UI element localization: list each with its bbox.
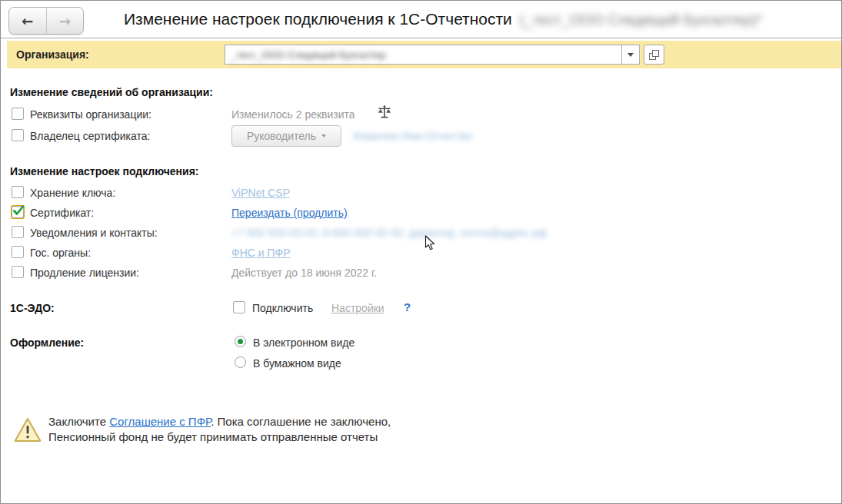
edo-settings-link[interactable]: Настройки: [331, 302, 384, 314]
label-certificate: Сертификат:: [30, 207, 94, 219]
label-license: Продление лицензии:: [30, 267, 139, 279]
arrow-right-icon: →: [59, 13, 71, 29]
checkbox-key-storage[interactable]: [12, 186, 24, 198]
page-title: Изменение настроек подключения к 1С-Отче…: [124, 10, 762, 28]
license-valid-until: Действует до 18 июня 2022 г.: [231, 267, 377, 279]
label-requisites: Реквизиты организации:: [30, 108, 151, 121]
checkbox-cert-owner[interactable]: [12, 129, 24, 141]
certificate-reissue-link[interactable]: Переиздать (продлить): [231, 207, 348, 219]
organization-value-redacted[interactable]: _тест_ООО Следящий Бухгалтер: [225, 45, 621, 64]
organization-combobox[interactable]: _тест_ООО Следящий Бухгалтер: [225, 45, 640, 65]
checkbox-gov-bodies[interactable]: [12, 246, 24, 258]
1c-reporting-settings-window: ← → Изменение настроек подключения к 1С-…: [0, 0, 842, 504]
organization-open-button[interactable]: [644, 45, 664, 65]
header-separator: [1, 38, 841, 38]
organization-band: Организация: _тест_ООО Следящий Бухгалте…: [7, 41, 842, 68]
warning-text-line2: Пенсионный фонд не будет принимать отпра…: [48, 430, 378, 443]
cert-owner-name-link-redacted[interactable]: Фамилия Имя Отчество: [353, 130, 472, 142]
notifications-link-redacted[interactable]: +7 900 000-00-00, 8-800-000-00-00, дирек…: [231, 227, 547, 239]
label-gov-bodies: Гос. органы:: [30, 247, 91, 259]
label-key-storage: Хранение ключа:: [30, 187, 115, 199]
overlap-squares-icon: [649, 50, 659, 60]
forward-button[interactable]: →: [47, 8, 84, 34]
chevron-down-icon: [321, 134, 326, 138]
warning-text-end: . Пока соглашение не заключено,: [211, 415, 391, 428]
value-requisites-changed: Изменилось 2 реквизита: [231, 108, 355, 121]
pfr-agreement-link[interactable]: Соглашение с ПФР: [109, 415, 211, 428]
label-radio-paper: В бумажном виде: [253, 357, 341, 370]
page-title-text: Изменение настроек подключения к 1С-Отче…: [124, 10, 512, 28]
label-notifications: Уведомления и контакты:: [30, 227, 158, 239]
arrow-left-icon: ←: [22, 13, 33, 29]
label-edo-connect: Подключить: [252, 302, 313, 314]
section-header-connection: Изменение настроек подключения:: [10, 165, 198, 177]
cert-owner-role-value: Руководитель: [247, 130, 316, 142]
radio-electronic[interactable]: [235, 336, 246, 347]
checkbox-license[interactable]: [12, 266, 24, 278]
radio-paper[interactable]: [235, 356, 246, 368]
organization-label: Организация:: [16, 48, 89, 61]
label-cert-owner: Владелец сертификата:: [30, 130, 150, 142]
organization-dropdown-button[interactable]: [621, 45, 639, 64]
gov-bodies-link[interactable]: ФНС и ПФР: [231, 247, 291, 259]
mouse-cursor-icon: [424, 235, 436, 254]
checkbox-certificate[interactable]: [12, 206, 24, 218]
back-button[interactable]: ←: [9, 8, 47, 34]
warning-text: Заключите Соглашение с ПФР. Пока соглаше…: [48, 414, 479, 445]
warning-triangle-icon: [13, 416, 42, 446]
nav-button-group: ← →: [8, 7, 84, 35]
checkbox-requisites[interactable]: [12, 108, 24, 120]
question-mark-icon[interactable]: ?: [404, 300, 411, 313]
page-title-org-redacted: (_тест_ООО Следящий Бухгалтер)*: [520, 12, 762, 28]
warning-text-start: Заключите: [48, 415, 109, 428]
label-edo: 1С-ЭДО:: [10, 302, 55, 314]
label-radio-electronic: В электронном виде: [253, 337, 354, 349]
checkbox-notifications[interactable]: [12, 226, 24, 238]
cert-owner-role-dropdown[interactable]: Руководитель: [231, 125, 341, 147]
chevron-down-icon: [627, 53, 634, 57]
key-storage-link[interactable]: ViPNet CSP: [231, 187, 290, 199]
scales-icon[interactable]: [377, 104, 392, 122]
section-header-org-changes: Изменение сведений об организации:: [10, 86, 213, 98]
label-format: Оформление:: [10, 337, 84, 349]
checkbox-edo-connect[interactable]: [233, 301, 245, 313]
